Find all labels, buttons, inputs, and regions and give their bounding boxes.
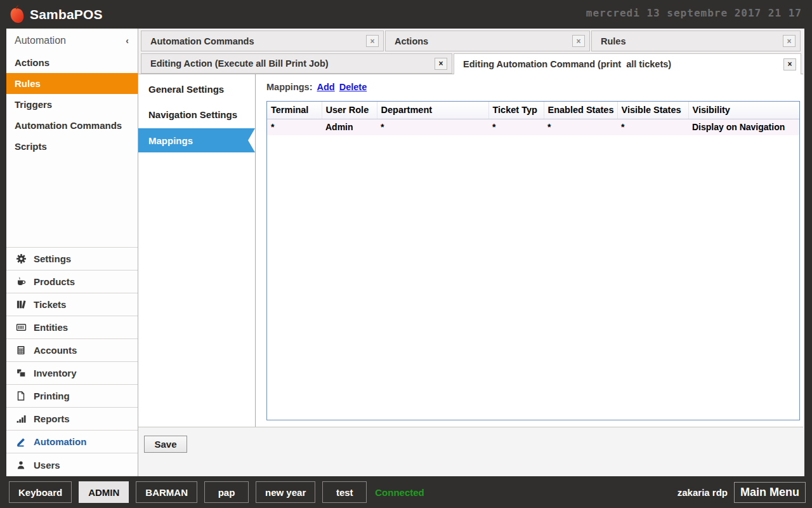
module-products[interactable]: Products [6,271,138,293]
sidebar-item-automation-commands[interactable]: Automation Commands [6,115,138,136]
sambapos-logo-icon [8,5,25,25]
cell-ticket-type[interactable]: * [488,119,544,135]
column-header[interactable]: User Role [322,102,377,119]
tab-label: Rules [592,36,626,46]
sidebar-modules: Settings Products Tickets [6,247,138,476]
cell-visibility[interactable]: Display on Navigation [688,119,799,135]
cell-visible-states[interactable]: * [617,119,688,135]
table-header-row: Terminal User Role Department Ticket Typ… [267,102,799,119]
window-edge [804,29,812,476]
sidebar-item-label: Scripts [15,141,47,152]
cell-user-role[interactable]: Admin [322,119,377,135]
cell-terminal[interactable]: * [267,119,322,135]
main-area: Automation Commands × Actions × Rules × … [138,29,804,476]
cup-icon [14,276,28,288]
delete-link[interactable]: Delete [339,82,367,92]
column-header[interactable]: Enabled States [544,102,617,119]
module-printing[interactable]: Printing [6,385,138,408]
close-icon[interactable]: × [435,58,447,70]
sidebar-item-label: Rules [15,78,41,89]
editor-panel: General Settings Navigation Settings Map… [138,74,803,427]
module-label: Tickets [34,299,66,310]
module-users[interactable]: Users [6,453,138,476]
tab-rules[interactable]: Rules × [591,30,801,51]
editor-tab-mappings[interactable]: Mappings [138,128,255,152]
person-icon [14,459,28,471]
column-header[interactable]: Visible States [617,102,688,119]
save-button[interactable]: Save [144,436,187,453]
department-button-new-year[interactable]: new year [256,481,315,503]
connection-status: Connected [375,487,424,498]
cell-department[interactable]: * [377,119,488,135]
editor-nav: General Settings Navigation Settings Map… [138,74,256,427]
department-button-admin[interactable]: ADMIN [79,481,129,503]
sidebar-spacer [6,157,138,247]
mappings-pane: Mappings: Add Delete Terminal User Role … [256,74,803,427]
logged-in-user: zakaria rdp [678,487,728,498]
tab-label: Editing Automation Command (print all ti… [454,59,671,69]
module-inventory[interactable]: Inventory [6,362,138,385]
main-menu-button[interactable]: Main Menu [734,482,806,503]
table-row[interactable]: * Admin * * * * Display on Navigation [267,119,799,135]
tab-actions[interactable]: Actions × [385,30,590,51]
module-accounts[interactable]: Accounts [6,339,138,362]
page-icon [14,391,28,402]
mappings-label: Mappings: [266,82,313,92]
clock-date: mercredi 13 septembre 2017 21 17 [586,7,802,19]
column-header[interactable]: Ticket Typ [488,102,544,119]
tab-label: Actions [386,36,428,46]
sidebar-item-label: Triggers [15,99,52,110]
sidebar-item-label: Actions [15,57,49,68]
column-header[interactable]: Visibility [688,102,799,119]
sidebar-item-triggers[interactable]: Triggers [6,94,138,115]
department-button-test[interactable]: test [322,481,367,503]
sidebar-header: Automation ‹ [6,29,138,52]
tab-automation-commands[interactable]: Automation Commands × [141,30,384,51]
department-button-barman[interactable]: BARMAN [136,481,197,503]
close-icon[interactable]: × [366,35,379,47]
card-icon [14,322,28,333]
sidebar-item-scripts[interactable]: Scripts [6,136,138,157]
add-link[interactable]: Add [317,82,335,92]
app-title: SambaPOS [30,7,103,22]
module-entities[interactable]: Entities [6,316,138,339]
module-settings[interactable]: Settings [6,248,138,271]
boxes-icon [14,368,28,379]
editor-tab-label: Navigation Settings [148,109,237,120]
editor-tab-navigation-settings[interactable]: Navigation Settings [138,102,255,127]
tab-editing-automation-command[interactable]: Editing Automation Command (print all ti… [454,53,801,74]
status-bar: Keyboard ADMIN BARMAN pap new year test … [0,476,812,508]
close-icon[interactable]: × [783,35,796,47]
editor-tab-label: Mappings [148,135,193,146]
books-icon [14,299,28,311]
gear-icon [14,253,28,265]
calculator-icon [14,345,28,356]
column-header[interactable]: Terminal [267,102,322,119]
tab-label: Automation Commands [141,36,254,46]
collapse-sidebar-icon[interactable]: ‹ [126,36,129,46]
module-reports[interactable]: Reports [6,408,138,431]
module-label: Products [34,276,75,287]
sidebar-item-actions[interactable]: Actions [6,52,138,73]
module-tickets[interactable]: Tickets [6,293,138,316]
module-automation[interactable]: Automation [6,431,138,453]
close-icon[interactable]: × [783,58,796,70]
editor-tab-label: General Settings [148,84,224,95]
module-label: Settings [34,253,71,264]
document-tabs-row2: Editing Action (Execute all Bill Print J… [141,53,802,74]
sidebar-nav: Actions Rules Triggers Automation Comman… [6,52,138,157]
keyboard-button[interactable]: Keyboard [9,481,72,503]
tab-editing-action[interactable]: Editing Action (Execute all Bill Print J… [141,53,452,74]
cell-enabled-states[interactable]: * [544,119,617,135]
department-button-pap[interactable]: pap [204,481,249,503]
module-label: Inventory [34,368,77,378]
module-label: Printing [34,391,70,401]
column-header[interactable]: Department [377,102,488,119]
sidebar-item-label: Automation Commands [15,120,122,131]
close-icon[interactable]: × [572,35,585,47]
module-label: Accounts [34,345,77,356]
tab-label: Editing Action (Execute all Bill Print J… [141,58,329,69]
editor-tab-general-settings[interactable]: General Settings [138,76,255,102]
sidebar-item-rules[interactable]: Rules [6,73,138,94]
document-tabs-row1: Automation Commands × Actions × Rules × [141,30,802,51]
